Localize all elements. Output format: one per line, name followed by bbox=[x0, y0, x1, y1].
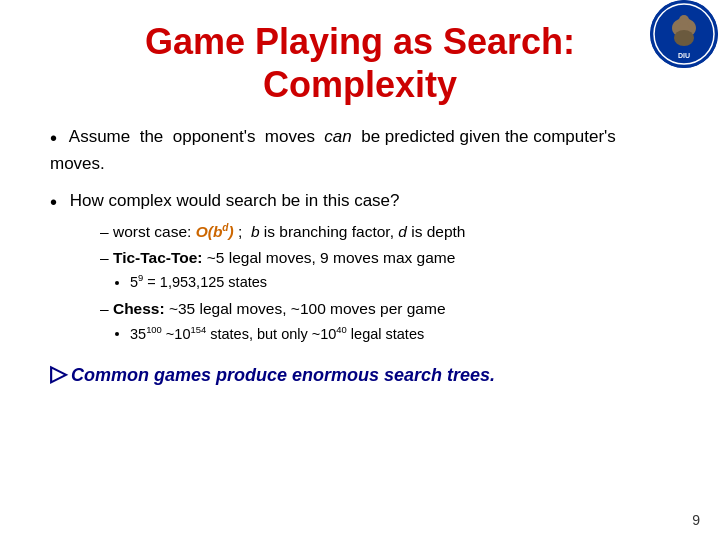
bullet-text-1: • Assume the opponent's moves can be pre… bbox=[50, 124, 670, 176]
complexity-notation: O(bd) bbox=[196, 223, 234, 240]
ttt-details: 59 = 1,953,125 states bbox=[130, 271, 670, 294]
bullet-text-2: • How complex would search be in this ca… bbox=[50, 188, 670, 216]
ttt-states: 59 = 1,953,125 states bbox=[130, 271, 670, 294]
svg-point-4 bbox=[679, 15, 689, 25]
footer-text: ▷Common games produce enormous search tr… bbox=[50, 361, 670, 387]
bullet-dot-1: • bbox=[50, 124, 57, 152]
chess-details: 35100 ~10154 states, but only ~1040 lega… bbox=[130, 323, 670, 346]
slide-content: • Assume the opponent's moves can be pre… bbox=[40, 124, 680, 387]
slide-header: Game Playing as Search: Complexity bbox=[40, 20, 680, 106]
slide-title: Game Playing as Search: Complexity bbox=[40, 20, 680, 106]
page-number: 9 bbox=[692, 512, 700, 528]
sub-item-ttt: Tic-Tac-Toe: ~5 legal moves, 9 moves max… bbox=[100, 246, 670, 269]
sub-list: worst case: O(bd) ; b is branching facto… bbox=[100, 220, 670, 345]
can-text: can bbox=[324, 128, 351, 147]
slide: DIU Game Playing as Search: Complexity •… bbox=[0, 0, 720, 540]
bullet-item-1: • Assume the opponent's moves can be pre… bbox=[50, 124, 670, 176]
title-line2: Complexity bbox=[263, 64, 457, 105]
footer-label: Common games produce enormous search tre… bbox=[71, 365, 495, 385]
title-line1: Game Playing as Search: bbox=[145, 21, 575, 62]
footer-bullet-icon: ▷ bbox=[50, 361, 67, 386]
sub-item-chess: Chess: ~35 legal moves, ~100 moves per g… bbox=[100, 297, 670, 320]
sub-item-worst-case: worst case: O(bd) ; b is branching facto… bbox=[100, 220, 670, 243]
bullet-item-2: • How complex would search be in this ca… bbox=[50, 188, 670, 345]
chess-states: 35100 ~10154 states, but only ~1040 lega… bbox=[130, 323, 670, 346]
bullet-dot-2: • bbox=[50, 188, 57, 216]
